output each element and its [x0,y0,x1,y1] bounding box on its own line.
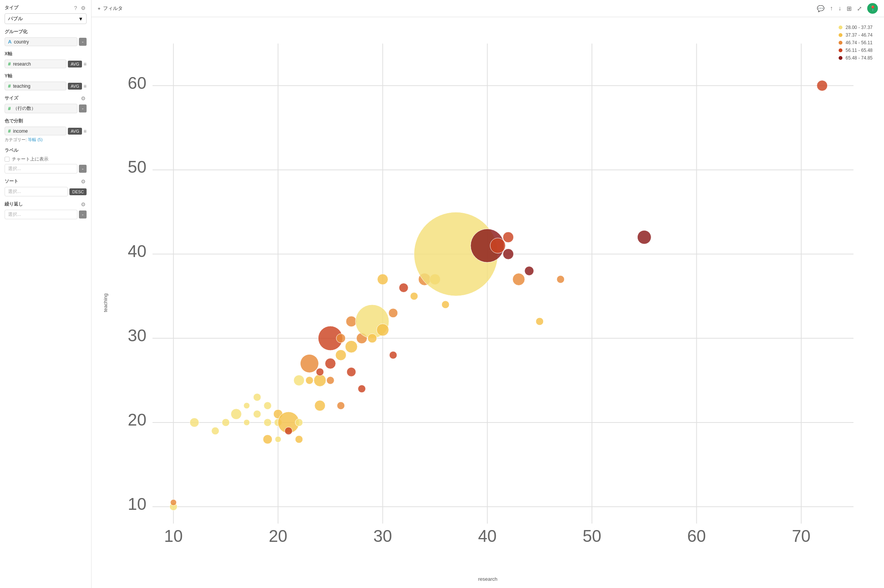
toolbar: + フィルタ 💬 ↑ ↓ ⊞ ⤢ 📍 [92,0,884,17]
bubble[interactable] [399,283,408,292]
download-icon[interactable]: ↓ [838,5,841,12]
bubble[interactable] [503,249,514,259]
table-icon[interactable]: ⊞ [847,5,852,12]
size-gear-icon[interactable]: ⚙ [80,95,87,101]
sort-gear-icon[interactable]: ⚙ [80,178,87,185]
gear-icon[interactable]: ⚙ [80,5,87,11]
bubble[interactable] [376,324,389,336]
bubble[interactable] [275,436,281,442]
legend-item: 46.74 - 56.11 [839,40,873,45]
bubble[interactable] [244,419,250,426]
bubble[interactable] [336,350,346,360]
chevron-down-icon: ▼ [78,16,83,22]
label-select[interactable]: 選択... [5,164,77,174]
category-note-highlight: 等幅 (5) [28,137,43,142]
bubble[interactable] [442,301,449,308]
bubble[interactable] [285,427,293,435]
label-show-checkbox[interactable] [5,157,10,162]
bubble[interactable] [316,368,324,376]
size-label: サイズ [5,95,18,101]
chart-container: 28.00 - 37.3737.37 - 46.7446.74 - 56.115… [92,17,884,588]
group-field-tag[interactable]: A country [5,37,77,46]
bubble[interactable] [337,402,345,410]
bubble[interactable] [358,385,366,393]
bubble[interactable] [231,409,241,419]
bubble[interactable] [368,334,377,343]
y-axis-label: Y軸 [5,73,87,79]
bubble[interactable] [295,419,303,426]
size-field-tag[interactable]: # （行の数） [5,104,77,113]
bubble[interactable] [300,354,318,373]
bubble[interactable] [314,374,326,387]
bubble[interactable] [264,402,272,410]
pin-button[interactable]: 📍 [867,3,878,14]
repeat-remove-button[interactable]: - [79,210,87,218]
help-icon[interactable]: ? [73,5,78,11]
bubble[interactable] [490,238,505,253]
legend-item: 37.37 - 46.74 [839,32,873,38]
repeat-gear-icon[interactable]: ⚙ [80,201,87,207]
sort-order-button[interactable]: DESC [69,188,87,195]
bubble[interactable] [525,266,534,275]
y-agg-button[interactable]: AVG [68,83,82,90]
category-note: カテゴリー: 等幅 (5) [5,137,87,143]
bubble[interactable] [263,435,272,444]
bubble[interactable] [294,375,304,386]
expand-icon[interactable]: ⤢ [857,5,862,12]
bubble[interactable] [817,80,828,91]
bubble[interactable] [170,500,177,506]
color-menu-icon[interactable]: ≡ [84,128,87,134]
bubble[interactable] [253,394,261,401]
comment-icon[interactable]: 💬 [817,5,825,12]
bubble[interactable] [295,435,303,443]
bubble[interactable] [315,400,325,411]
bubble[interactable] [513,273,525,286]
x-menu-icon[interactable]: ≡ [84,61,87,67]
group-type-icon: A [8,39,11,45]
bubble[interactable] [222,419,230,426]
color-field-tag[interactable]: # income [5,127,66,135]
bubble[interactable] [637,230,651,244]
bubble[interactable] [325,358,336,369]
bubble[interactable] [253,410,261,418]
group-label: グループ化 [5,29,87,35]
x-field-tag[interactable]: # research [5,59,66,68]
x-agg-button[interactable]: AVG [68,61,82,67]
bubble[interactable] [212,427,219,435]
bubble[interactable] [503,232,514,243]
bubble[interactable] [326,376,334,384]
bubble[interactable] [377,274,388,285]
bubble[interactable] [389,308,398,318]
bubble[interactable] [305,376,313,384]
svg-text:60: 60 [128,74,146,92]
bubble[interactable] [347,367,356,376]
label-remove-button[interactable]: - [79,165,87,173]
type-icons: ? ⚙ [73,5,87,11]
upload-icon[interactable]: ↑ [830,5,833,12]
color-type-icon: # [8,128,11,134]
filter-button[interactable]: + フィルタ [98,5,123,12]
size-remove-button[interactable]: - [79,104,87,112]
group-remove-button[interactable]: - [79,38,87,46]
bubble[interactable] [190,418,199,427]
bubble[interactable] [410,292,418,300]
repeat-select[interactable]: 選択... [5,210,77,219]
bubble[interactable] [244,403,250,409]
group-field-row: A country - [5,37,87,46]
bubble[interactable] [557,275,564,283]
sort-select[interactable]: 選択... [5,187,68,196]
y-menu-icon[interactable]: ≡ [84,83,87,89]
bubble[interactable] [264,419,272,426]
legend-label: 56.11 - 65.48 [845,48,873,53]
bubble[interactable] [336,334,346,343]
bubble[interactable] [536,318,543,325]
y-field-row: # teaching AVG ≡ [5,82,87,90]
bubble[interactable] [346,316,357,327]
y-field-tag[interactable]: # teaching [5,82,66,90]
bubble[interactable] [345,341,357,353]
bubble[interactable] [389,351,397,359]
color-label: 色で分割 [5,118,87,124]
color-agg-button[interactable]: AVG [68,128,82,135]
type-select[interactable]: バブル ▼ [5,13,87,24]
y-field-name: teaching [13,84,30,89]
